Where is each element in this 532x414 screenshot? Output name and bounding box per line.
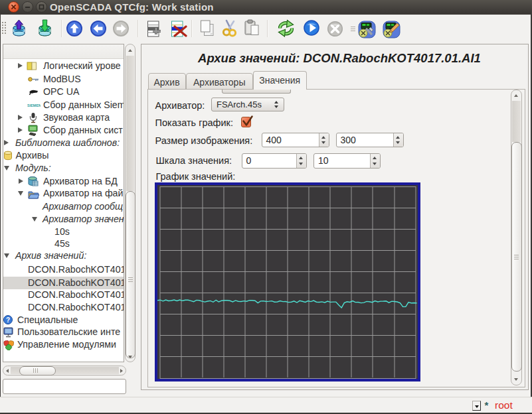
svg-text:SIEMENS: SIEMENS	[27, 104, 41, 107]
svg-text:?: ?	[6, 316, 10, 324]
